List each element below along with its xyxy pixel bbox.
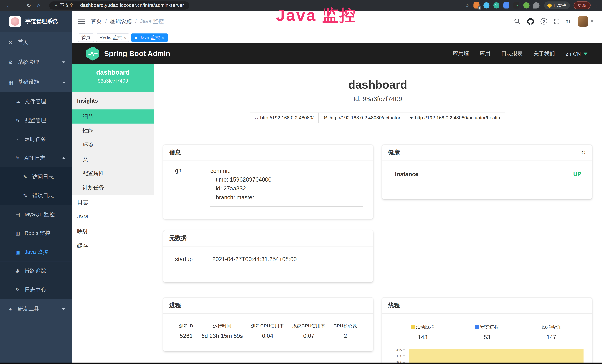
sidebar-item-error-log[interactable]: ✎ 错误日志 xyxy=(0,186,72,205)
user-menu[interactable] xyxy=(578,16,594,27)
extension-icon-2[interactable] xyxy=(483,2,489,8)
sba-item-scheduled-tasks[interactable]: 计划任务 xyxy=(72,181,153,195)
update-button[interactable]: 更新 xyxy=(574,1,591,9)
breadcrumb-infrastructure[interactable]: 基础设施 xyxy=(110,18,132,25)
sidebar-item-infrastructure[interactable]: ▦ 基础设施 xyxy=(0,72,72,92)
close-icon[interactable] xyxy=(124,35,126,40)
log-center-icon: ✎ xyxy=(15,287,25,293)
sba-item-mappings[interactable]: 映射 xyxy=(72,224,153,238)
sba-app-name: dashboard xyxy=(72,69,153,76)
tab-redis-monitor[interactable]: Redis 监控 xyxy=(96,33,129,42)
y-tick-120: 120 xyxy=(388,353,405,358)
sidebar-item-scheduled-job[interactable]: ◔ 定时任务 xyxy=(0,130,72,149)
extension-icon-4[interactable] xyxy=(523,2,529,8)
sidebar-item-log-center[interactable]: ✎ 日志中心 xyxy=(0,280,72,299)
bookmark-star-icon[interactable] xyxy=(465,2,470,8)
dev-tools-icon: ⊞ xyxy=(9,306,18,312)
service-url-link[interactable]: ⌂ http://192.168.0.2:48080/ xyxy=(250,113,319,123)
sba-nav-about[interactable]: 关于我们 xyxy=(533,50,555,57)
font-size-icon[interactable] xyxy=(566,18,571,24)
app-title: 芋道管理系统 xyxy=(25,18,58,25)
sba-item-metrics[interactable]: 性能 xyxy=(72,124,153,138)
status-badge: UP xyxy=(573,171,581,177)
history-icon[interactable] xyxy=(581,149,586,156)
security-label[interactable]: 不安全 xyxy=(60,2,74,9)
github-icon[interactable] xyxy=(527,18,534,25)
hamburger-icon[interactable] xyxy=(78,19,85,24)
sba-app-id: 93a3fc7f7409 xyxy=(72,78,153,84)
paused-chip[interactable]: 已暂停 xyxy=(544,1,570,9)
sidebar-item-redis-monitor[interactable]: ▥ Redis 监控 xyxy=(0,224,72,243)
config-manage-icon: ✎ xyxy=(15,118,25,123)
warning-icon xyxy=(54,3,58,8)
breadcrumb-home[interactable]: 首页 xyxy=(91,18,102,25)
health-url-link[interactable]: ♥ http://192.168.0.2:48080/actuator/heal… xyxy=(405,113,505,123)
sba-item-jvm[interactable]: JVM xyxy=(72,209,153,224)
sba-brand-title[interactable]: Spring Boot Admin xyxy=(104,49,170,58)
process-card-title: 进程 xyxy=(163,298,373,314)
browser-home-icon[interactable] xyxy=(34,2,44,8)
sidebar-item-access-log[interactable]: ✎ 访问日志 xyxy=(0,167,72,186)
sidebar-item-java-monitor[interactable]: ▣ Java 监控 xyxy=(0,243,72,261)
browser-menu-icon[interactable] xyxy=(593,2,598,8)
breadcrumb-current: Java 监控 xyxy=(140,18,163,25)
tab-java-monitor[interactable]: Java 监控 xyxy=(131,33,168,42)
tags-view: 首页 Redis 监控 Java 监控 xyxy=(72,32,602,43)
sidebar-item-dev-tools[interactable]: ⊞ 研发工具 xyxy=(0,299,72,319)
app-logo-row[interactable]: 芋道管理系统 xyxy=(0,11,72,32)
help-icon[interactable] xyxy=(540,18,547,24)
sba-item-caches[interactable]: 缓存 xyxy=(72,238,153,253)
vue-devtools-icon[interactable] xyxy=(493,2,499,8)
sba-nav-applications[interactable]: 应用 xyxy=(480,50,490,57)
health-instance-label: Instance xyxy=(395,171,419,177)
mysql-monitor-icon: ▤ xyxy=(15,212,25,217)
browser-actions: 1 on 已暂停 更新 xyxy=(462,1,598,9)
sidebar-item-home[interactable]: ⊙ 首页 xyxy=(0,32,72,52)
insights-group: Insights 细节 性能 环境 类 配置属性 计划任务 xyxy=(72,92,153,195)
tab-home[interactable]: 首页 xyxy=(78,33,94,42)
language-selector[interactable]: zh-CN xyxy=(566,50,587,57)
extension-icon-1[interactable]: 1 xyxy=(473,2,479,8)
scheduled-job-icon: ◔ xyxy=(15,136,25,142)
sidebar-item-api-log[interactable]: ✎ API 日志 xyxy=(0,149,72,167)
screen: 不安全 dashboard.yudao.iocoder.cn/infra/adm… xyxy=(0,0,602,364)
y-tick-140: 140 xyxy=(388,349,405,351)
info-key: git xyxy=(169,166,210,207)
fullscreen-icon[interactable] xyxy=(554,18,560,24)
pin-extension-icon[interactable] xyxy=(533,2,539,8)
search-icon[interactable] xyxy=(514,18,520,24)
api-log-icon: ✎ xyxy=(15,155,25,161)
gear-icon: ⚙ xyxy=(9,59,18,65)
instance-links: ⌂ http://192.168.0.2:48080/ ⚒ http://192… xyxy=(153,113,602,123)
threads-legend: 活动线程 143 守护进程 53 线程峰值 147 xyxy=(388,319,586,340)
extension-icon-3[interactable] xyxy=(503,2,509,8)
back-icon[interactable] xyxy=(4,2,14,8)
actuator-url-link[interactable]: ⚒ http://192.168.0.2:48080/actuator xyxy=(318,113,405,123)
metadata-card-title: 元数据 xyxy=(163,230,373,246)
sba-item-logs[interactable]: 日志 xyxy=(72,195,153,209)
health-card-title: 健康 xyxy=(388,149,400,156)
forward-icon[interactable] xyxy=(14,2,24,8)
sba-item-details[interactable]: 细节 xyxy=(72,109,153,124)
sba-app-block[interactable]: dashboard 93a3fc7f7409 xyxy=(72,64,153,92)
sidebar-item-config-manage[interactable]: ✎ 配置管理 xyxy=(0,111,72,130)
sidebar-item-system[interactable]: ⚙ 系统管理 xyxy=(0,52,72,72)
sba-nav-journal[interactable]: 日志报表 xyxy=(501,50,523,57)
sidebar-item-file-manage[interactable]: ☁ 文件管理 xyxy=(0,92,72,111)
sidebar-item-tracing[interactable]: ◉ 链路追踪 xyxy=(0,261,72,280)
address-bar[interactable]: 不安全 dashboard.yudao.iocoder.cn/infra/adm… xyxy=(49,1,189,9)
stat-system-cpu: 系统CPU使用率 0.07 xyxy=(292,323,325,339)
sba-item-classes[interactable]: 类 xyxy=(72,152,153,166)
sba-nav-wallboard[interactable]: 应用墙 xyxy=(453,50,469,57)
close-icon[interactable] xyxy=(162,35,164,40)
switch-on-extension-icon[interactable]: on xyxy=(513,2,519,8)
sba-item-environment[interactable]: 环境 xyxy=(72,138,153,152)
url-text[interactable]: dashboard.yudao.iocoder.cn/infra/admin-s… xyxy=(80,3,184,8)
spring-boot-admin-logo xyxy=(86,47,99,61)
legend-daemon-threads: 守护进程 53 xyxy=(455,324,519,340)
emoji-icon xyxy=(548,3,552,8)
sba-item-config-props[interactable]: 配置属性 xyxy=(72,166,153,181)
home-link-icon: ⌂ xyxy=(255,115,258,120)
reload-icon[interactable] xyxy=(24,2,34,8)
sidebar-item-mysql-monitor[interactable]: ▤ MySQL 监控 xyxy=(0,205,72,224)
